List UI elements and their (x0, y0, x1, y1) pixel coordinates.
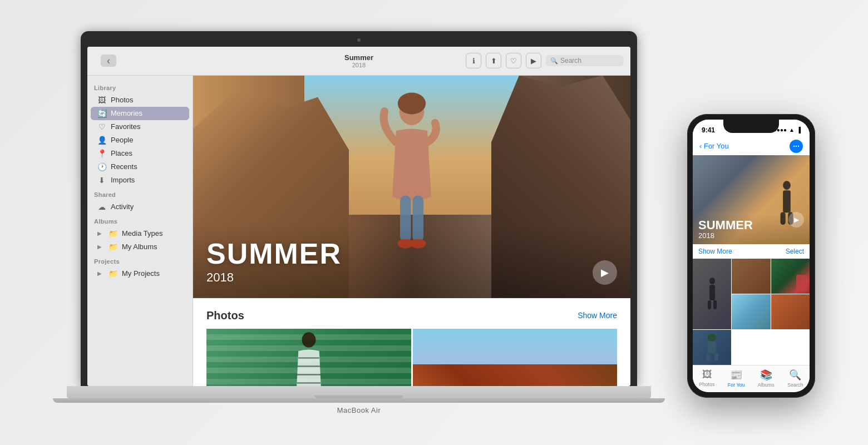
show-more-button[interactable]: Show More (578, 311, 617, 320)
my-projects-icon: 📁 (108, 269, 117, 278)
search-box[interactable]: 🔍 Search (546, 55, 624, 66)
iphone-beach-figure (704, 277, 721, 310)
sidebar-item-my-projects[interactable]: ▶ 📁 My Projects (91, 267, 189, 280)
iphone-photo-2[interactable] (732, 259, 770, 294)
sidebar-imports-label: Imports (111, 176, 135, 184)
macbook: Summer 2018 ℹ ⬆ ♡ (53, 31, 665, 414)
macbook-foot (53, 398, 665, 403)
iphone-photo-grid (693, 259, 810, 365)
battery-icon: ▐ (797, 127, 801, 133)
wifi-icon: ▲ (789, 127, 795, 133)
svg-point-1 (398, 92, 426, 114)
sidebar-item-places[interactable]: 📍 Places (91, 147, 189, 160)
shared-section-label: Shared (87, 187, 193, 200)
titlebar-left (87, 55, 116, 67)
iphone-back-button[interactable]: ‹ For You (699, 142, 729, 150)
share-button[interactable]: ⬆ (486, 53, 501, 68)
main-content: SUMMER 2018 ▶ Photos Show More (193, 76, 630, 386)
sidebar-media-types-label: Media Types (122, 229, 162, 238)
macbook-screen: Summer 2018 ℹ ⬆ ♡ (87, 47, 630, 386)
iphone-tab-albums[interactable]: 📚 Albums (758, 369, 775, 388)
sidebar-item-people[interactable]: 👤 People (91, 134, 189, 147)
iphone-navbar: ‹ For You ··· (693, 137, 810, 155)
svg-rect-13 (708, 300, 711, 309)
library-section-label: Library (87, 80, 193, 93)
iphone-photo-5[interactable] (771, 294, 810, 329)
recents-icon: 🕐 (97, 162, 106, 171)
app-body: Library 🖼 Photos 🔄 Memories ♡ (87, 76, 630, 386)
svg-point-15 (707, 334, 716, 342)
titlebar-center: Summer 2018 (344, 53, 373, 68)
tab-search-icon: 🔍 (789, 369, 801, 381)
sky-strip (413, 329, 618, 364)
iphone-photo-1[interactable] (693, 259, 731, 329)
iphone-tabbar: 🖼 Photos 📰 For You 📚 Albums 🔍 Search (693, 365, 810, 392)
sidebar-item-my-albums[interactable]: ▶ 📁 My Albums (91, 240, 189, 254)
sidebar-my-projects-label: My Projects (122, 269, 160, 278)
activity-icon: ☁ (97, 202, 106, 211)
hero-title: SUMMER (206, 237, 617, 270)
iphone-time: 9:41 (702, 126, 715, 134)
tab-search-label: Search (787, 382, 803, 388)
sidebar-favorites-label: Favorites (111, 122, 140, 131)
iphone-hero-year: 2018 (698, 231, 804, 240)
media-types-icon: 📁 (108, 229, 117, 238)
scene: Summer 2018 ℹ ⬆ ♡ (53, 31, 815, 414)
photos-header: Photos Show More (206, 309, 617, 322)
slideshow-button[interactable]: ▶ (526, 53, 541, 68)
hero-year: 2018 (206, 270, 617, 285)
iphone-photo-6[interactable] (693, 330, 731, 365)
window-subtitle: 2018 (344, 62, 373, 68)
iphone-hat-figure (702, 333, 722, 361)
sidebar-item-favorites[interactable]: ♡ Favorites (91, 120, 189, 134)
sidebar-item-media-types[interactable]: ▶ 📁 Media Types (91, 227, 189, 240)
my-albums-icon: 📁 (108, 243, 117, 251)
photos-icon: 🖼 (97, 96, 106, 105)
iphone-show-more[interactable]: Show More (698, 248, 732, 255)
svg-rect-8 (783, 190, 791, 212)
macbook-label: MacBook Air (337, 406, 381, 414)
albums-section-label: Albums (87, 214, 193, 227)
favorite-button[interactable]: ♡ (506, 53, 521, 68)
iphone-screen: 9:41 ●●●● ▲ ▐ ‹ For You ··· (693, 120, 810, 392)
people-icon: 👤 (97, 136, 106, 145)
iphone-photo-4[interactable] (732, 294, 770, 329)
iphone-tab-search[interactable]: 🔍 Search (787, 369, 803, 388)
expand-icon: ▶ (97, 230, 102, 236)
tab-photos-icon: 🖼 (702, 369, 712, 380)
iphone-notch (723, 120, 779, 133)
iphone-play-button[interactable]: ▶ (788, 212, 804, 228)
svg-point-6 (302, 332, 315, 348)
play-button[interactable]: ▶ (593, 260, 617, 285)
projects-section-label: Projects (87, 254, 193, 267)
info-button[interactable]: ℹ (466, 53, 481, 68)
sidebar-item-recents[interactable]: 🕐 Recents (91, 160, 189, 174)
iphone-tab-photos[interactable]: 🖼 Photos (699, 369, 715, 388)
sidebar-memories-label: Memories (111, 109, 142, 117)
svg-rect-14 (713, 300, 717, 309)
sidebar-item-memories[interactable]: 🔄 Memories (91, 107, 189, 120)
sidebar-item-activity[interactable]: ☁ Activity (91, 200, 189, 214)
back-button[interactable] (101, 55, 116, 67)
sidebar-item-photos[interactable]: 🖼 Photos (91, 93, 189, 107)
sidebar-recents-label: Recents (111, 162, 137, 171)
more-icon: ··· (793, 142, 800, 150)
iphone-tab-for-you[interactable]: 📰 For You (728, 369, 745, 388)
sidebar-people-label: People (111, 136, 133, 144)
places-icon: 📍 (97, 149, 106, 158)
iphone-select-button[interactable]: Select (786, 248, 804, 255)
photo-thumb-1[interactable] (206, 329, 411, 386)
sidebar-item-imports[interactable]: ⬇ Imports (91, 174, 189, 187)
photo-grid (206, 329, 617, 386)
favorites-icon: ♡ (97, 122, 106, 131)
slideshow-icon: ▶ (531, 57, 536, 65)
iphone: 9:41 ●●●● ▲ ▐ ‹ For You ··· (687, 114, 815, 398)
photo-thumb-2[interactable] (413, 329, 618, 386)
iphone-more-button[interactable]: ··· (790, 140, 803, 153)
tab-albums-label: Albums (758, 382, 775, 388)
sidebar-my-albums-label: My Albums (122, 243, 157, 251)
iphone-photos-header: Show More Select (693, 244, 810, 259)
iphone-photo-3[interactable] (771, 259, 810, 294)
sidebar-photos-label: Photos (111, 96, 133, 104)
memories-icon: 🔄 (97, 109, 106, 118)
